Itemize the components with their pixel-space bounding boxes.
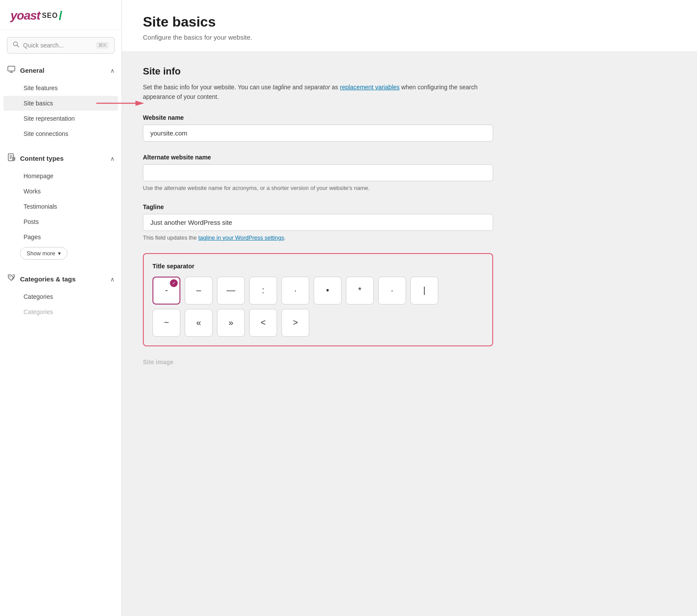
search-box[interactable]: Quick search... ⌘K: [7, 37, 115, 54]
separator-btn-middle-dot[interactable]: ·: [281, 277, 309, 305]
logo: yoast SEO /: [10, 9, 111, 23]
monitor-icon: [7, 65, 16, 76]
content-types-section-title: Content types: [20, 155, 64, 162]
sidebar-item-categories-2[interactable]: Categories: [3, 305, 118, 319]
sidebar-item-site-representation[interactable]: Site representation: [3, 111, 118, 126]
main-content: Site basics Configure the basics for you…: [122, 0, 697, 616]
nav-section-categories-tags: Categories & tags ∧ Categories Categorie…: [0, 266, 122, 323]
tagline-group: Tagline This field updates the tagline i…: [143, 203, 493, 241]
title-separator-box: Title separator ✓ - – — : · • * · |: [143, 253, 493, 346]
alternate-website-name-label: Alternate website name: [143, 154, 493, 161]
logo-area: yoast SEO /: [0, 0, 122, 30]
alternate-website-name-group: Alternate website name Use the alternate…: [143, 154, 493, 191]
alternate-website-name-input[interactable]: [143, 164, 493, 181]
categories-tags-chevron-icon: ∧: [110, 276, 115, 283]
svg-rect-9: [10, 157, 12, 158]
svg-marker-6: [135, 101, 144, 106]
page-header: Site basics Configure the basics for you…: [122, 0, 697, 52]
website-name-input[interactable]: [143, 125, 493, 142]
separator-btn-less-than[interactable]: <: [249, 309, 277, 337]
separator-btn-em-dash[interactable]: —: [217, 277, 245, 305]
sidebar-item-posts[interactable]: Posts: [3, 214, 118, 229]
separator-btn-dash[interactable]: ✓ -: [152, 277, 180, 305]
search-shortcut: ⌘K: [96, 42, 109, 49]
tag-icon: [7, 274, 16, 284]
tagline-settings-link[interactable]: tagline in your WordPress settings: [198, 234, 284, 241]
separator-btn-dot[interactable]: ·: [378, 277, 406, 305]
separator-btn-tilde[interactable]: ~: [152, 309, 180, 337]
sidebar-item-categories[interactable]: Categories: [3, 289, 118, 304]
website-name-group: Website name: [143, 114, 493, 142]
sidebar-item-site-basics[interactable]: Site basics: [3, 96, 118, 111]
tagline-label: Tagline: [143, 203, 493, 210]
svg-rect-8: [10, 156, 12, 156]
logo-yoast: yoast: [10, 9, 40, 23]
separator-btn-colon[interactable]: :: [249, 277, 277, 305]
sidebar-item-site-connections[interactable]: Site connections: [3, 126, 118, 141]
content-area: Site info Set the basic info for your we…: [122, 52, 514, 379]
tagline-input[interactable]: [143, 214, 493, 231]
svg-rect-2: [8, 66, 15, 71]
separator-grid: ✓ - – — : · • * · | ~ « » < >: [152, 277, 484, 337]
svg-rect-10: [10, 158, 11, 159]
sidebar-item-works[interactable]: Works: [3, 184, 118, 199]
separator-btn-pipe[interactable]: |: [410, 277, 438, 305]
sidebar-item-pages[interactable]: Pages: [3, 230, 118, 244]
website-name-label: Website name: [143, 114, 493, 121]
nav-section-categories-tags-header[interactable]: Categories & tags ∧: [0, 269, 122, 289]
chevron-down-icon: ▾: [58, 250, 61, 257]
document-icon: [7, 153, 16, 164]
svg-point-14: [10, 276, 10, 277]
separator-btn-bullet[interactable]: •: [314, 277, 342, 305]
sidebar-item-testimonials[interactable]: Testimonials: [3, 199, 118, 214]
categories-tags-section-title: Categories & tags: [20, 275, 76, 283]
logo-slash: /: [59, 9, 62, 23]
nav-section-general-header[interactable]: General ∧: [0, 61, 122, 80]
site-image-label: Site image: [143, 359, 493, 366]
general-chevron-icon: ∧: [110, 67, 115, 74]
separator-row-1: ✓ - – — : · • * · |: [152, 277, 484, 305]
sidebar: yoast SEO / Quick search... ⌘K: [0, 0, 122, 616]
sidebar-item-site-features[interactable]: Site features: [3, 81, 118, 95]
replacement-variables-link[interactable]: replacement variables: [340, 84, 399, 91]
selected-checkmark: ✓: [170, 279, 178, 287]
svg-line-1: [17, 45, 19, 47]
show-more-button[interactable]: Show more ▾: [20, 247, 68, 260]
page-subtitle: Configure the basics for your website.: [143, 34, 676, 41]
logo-seo: SEO: [42, 12, 58, 20]
site-info-description: Set the basic info for your website. You…: [143, 82, 493, 102]
separator-row-2: ~ « » < >: [152, 309, 484, 337]
search-placeholder-text: Quick search...: [23, 42, 92, 49]
separator-btn-left-guillemet[interactable]: «: [185, 309, 213, 337]
search-icon: [13, 41, 20, 50]
separator-btn-asterisk[interactable]: *: [346, 277, 374, 305]
content-types-chevron-icon: ∧: [110, 155, 115, 162]
site-info-title: Site info: [143, 66, 493, 77]
separator-btn-right-guillemet[interactable]: »: [217, 309, 245, 337]
nav-section-general: General ∧ Site features Site basics Site…: [0, 57, 122, 145]
general-section-title: General: [20, 67, 44, 74]
separator-btn-en-dash[interactable]: –: [185, 277, 213, 305]
sidebar-item-homepage[interactable]: Homepage: [3, 169, 118, 183]
nav-section-content-types-header[interactable]: Content types ∧: [0, 149, 122, 168]
nav-section-content-types: Content types ∧ Homepage Works Testimoni…: [0, 145, 122, 266]
page-title: Site basics: [143, 14, 676, 30]
arrow-indicator: [96, 99, 144, 108]
tagline-help: This field updates the tagline in your W…: [143, 234, 493, 241]
title-separator-label: Title separator: [152, 263, 484, 270]
alternate-website-name-help: Use the alternate website name for acron…: [143, 185, 493, 191]
separator-btn-greater-than[interactable]: >: [281, 309, 309, 337]
